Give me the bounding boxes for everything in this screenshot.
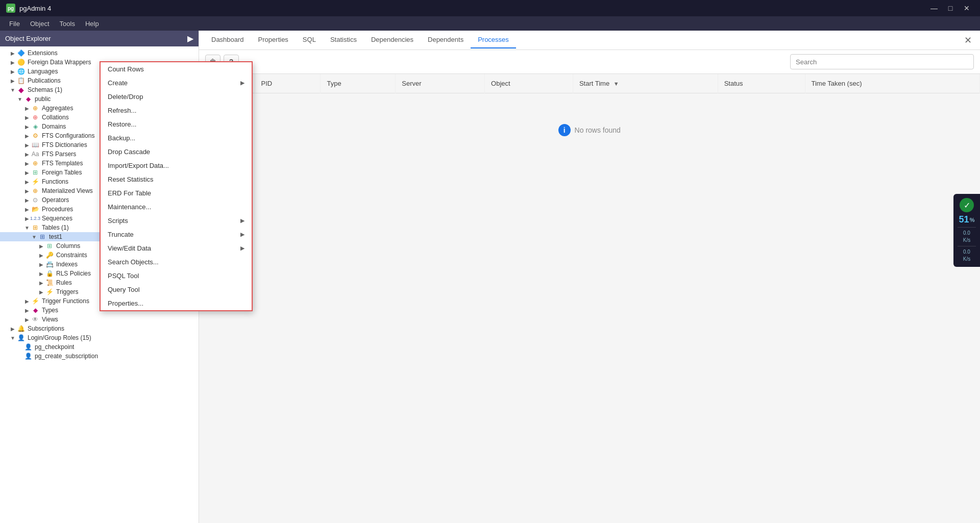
- tree-label-login-roles: Login/Group Roles (15): [28, 334, 91, 341]
- ctx-delete-drop[interactable]: Delete/Drop: [101, 90, 252, 104]
- expand-icon: ▶: [23, 152, 31, 157]
- col-status: Status: [718, 74, 805, 93]
- ctx-maintenance[interactable]: Maintenance...: [101, 200, 252, 214]
- no-rows-message: i No rows found: [199, 93, 980, 167]
- expand-icon: ▶: [23, 133, 31, 139]
- explorer-header: Object Explorer ▶: [0, 31, 199, 46]
- ctx-query-tool[interactable]: Query Tool: [101, 283, 252, 296]
- ctx-count-rows[interactable]: Count Rows: [101, 62, 252, 76]
- col-start-time[interactable]: Start Time ▼: [573, 74, 718, 93]
- perf-metric2-val: 0.0: [963, 249, 970, 255]
- tab-sql[interactable]: SQL: [296, 32, 323, 48]
- tree-label-fts-templ: FTS Templates: [42, 160, 83, 167]
- tables-icon: ⊞: [31, 224, 40, 231]
- maximize-button[interactable]: □: [943, 3, 958, 13]
- menu-object[interactable]: Object: [25, 18, 55, 30]
- pg-checkpoint-icon: 👤: [23, 343, 33, 351]
- fts-templ-icon: ⊕: [31, 160, 40, 167]
- ctx-scripts[interactable]: Scripts ▶: [101, 214, 252, 228]
- expand-icon: ▶: [23, 197, 31, 203]
- tab-dependents[interactable]: Dependents: [421, 32, 471, 48]
- tree-node-pg-checkpoint[interactable]: 👤 pg_checkpoint: [0, 342, 199, 352]
- indexes-icon: 📇: [45, 261, 54, 268]
- tab-dependencies[interactable]: Dependencies: [364, 32, 421, 48]
- expand-icon: ▼: [16, 96, 23, 102]
- expand-icon: ▶: [23, 298, 31, 304]
- ctx-restore[interactable]: Restore...: [101, 117, 252, 131]
- procedures-icon: 📂: [31, 206, 40, 213]
- ctx-properties[interactable]: Properties...: [101, 296, 252, 310]
- tree-label-procedures: Procedures: [42, 206, 73, 213]
- tab-properties[interactable]: Properties: [251, 32, 296, 48]
- tree-node-views[interactable]: ▶ 👁 Views: [0, 315, 199, 324]
- info-icon: i: [558, 124, 571, 136]
- tree-label-fdw: Foreign Data Wrappers: [28, 59, 91, 66]
- expand-icon: ▶: [38, 280, 45, 286]
- perf-percent: 51%: [959, 214, 975, 225]
- ctx-label-query-tool: Query Tool: [108, 286, 140, 293]
- perf-divider-1: [958, 227, 976, 228]
- tree-node-login-roles[interactable]: ▼ 👤 Login/Group Roles (15): [0, 333, 199, 342]
- ctx-view-edit[interactable]: View/Edit Data ▶: [101, 241, 252, 255]
- aggregates-icon: ⊕: [31, 105, 40, 112]
- perf-metric1-val: 0.0: [963, 230, 970, 236]
- menu-tools[interactable]: Tools: [55, 18, 80, 30]
- tree-label-indexes: Indexes: [56, 261, 78, 268]
- ctx-label-scripts: Scripts: [108, 217, 128, 225]
- tree-label-collations: Collations: [42, 114, 69, 121]
- tree-node-pg-create-sub[interactable]: 👤 pg_create_subscription: [0, 352, 199, 361]
- minimize-button[interactable]: —: [927, 3, 941, 13]
- ctx-backup[interactable]: Backup...: [101, 131, 252, 145]
- fts-conf-icon: ⚙: [31, 132, 40, 139]
- no-rows-text: No rows found: [575, 126, 621, 134]
- ctx-label-import-export: Import/Export Data...: [108, 162, 169, 169]
- close-button[interactable]: ✕: [960, 3, 974, 13]
- collations-icon: ⊕: [31, 114, 40, 121]
- tree-label-tables: Tables (1): [42, 224, 69, 231]
- tree-label-languages: Languages: [28, 68, 58, 75]
- tree-node-subscriptions[interactable]: ▶ 🔔 Subscriptions: [0, 324, 199, 333]
- schemas-icon: ◆: [16, 86, 26, 93]
- foreign-tables-icon: ⊞: [31, 169, 40, 176]
- fts-dict-icon: 📖: [31, 141, 40, 148]
- ctx-search-objects[interactable]: Search Objects...: [101, 255, 252, 269]
- menu-bar: File Object Tools Help: [0, 16, 980, 31]
- tree-label-schemas: Schemas (1): [28, 86, 62, 93]
- close-panel-button[interactable]: ✕: [961, 35, 975, 46]
- explorer-header-icon: ▶: [187, 34, 193, 43]
- tree-label-types: Types: [42, 307, 58, 314]
- ctx-label-create: Create: [108, 79, 128, 87]
- ctx-truncate[interactable]: Truncate ▶: [101, 228, 252, 241]
- search-input[interactable]: [790, 54, 974, 69]
- perf-metric-1: 0.0 K/s: [963, 230, 970, 244]
- ctx-import-export[interactable]: Import/Export Data...: [101, 159, 252, 172]
- tree-label-rules: Rules: [56, 279, 72, 286]
- col-server: Server: [396, 74, 485, 93]
- tab-dashboard[interactable]: Dashboard: [204, 32, 251, 48]
- ctx-psql-tool[interactable]: PSQL Tool: [101, 269, 252, 283]
- ctx-refresh[interactable]: Refresh...: [101, 104, 252, 117]
- ctx-create[interactable]: Create ▶: [101, 76, 252, 90]
- menu-help[interactable]: Help: [80, 18, 104, 30]
- ctx-label-reset-stats: Reset Statistics: [108, 176, 154, 183]
- operators-icon: ⊙: [31, 196, 40, 204]
- ctx-drop-cascade[interactable]: Drop Cascade: [101, 145, 252, 159]
- tree-label-test1: test1: [49, 233, 62, 240]
- tab-statistics[interactable]: Statistics: [323, 32, 364, 48]
- ctx-label-refresh: Refresh...: [108, 107, 136, 114]
- expand-icon: ▼: [31, 234, 38, 240]
- tree-node-extensions[interactable]: ▶ 🔷 Extensions: [0, 48, 199, 58]
- tree-label-pg-create-sub: pg_create_subscription: [35, 353, 98, 360]
- ctx-erd[interactable]: ERD For Table: [101, 186, 252, 200]
- tab-processes[interactable]: Processes: [471, 32, 516, 48]
- ctx-label-view-edit: View/Edit Data: [108, 244, 151, 252]
- ctx-reset-stats[interactable]: Reset Statistics: [101, 172, 252, 186]
- expand-icon: ▶: [23, 115, 31, 120]
- col-type: Type: [321, 74, 396, 93]
- ctx-arrow-create: ▶: [240, 80, 244, 86]
- tree-label-fts-parser: FTS Parsers: [42, 151, 76, 158]
- perf-divider-2: [958, 246, 976, 246]
- ctx-label-properties: Properties...: [108, 300, 143, 307]
- perf-metric1-unit: K/s: [963, 237, 970, 243]
- menu-file[interactable]: File: [4, 18, 25, 30]
